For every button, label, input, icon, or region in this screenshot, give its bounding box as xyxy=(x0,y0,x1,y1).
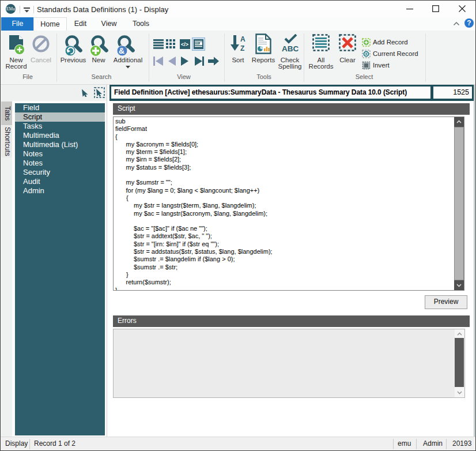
svg-text:A: A xyxy=(240,35,245,43)
svg-text:Z: Z xyxy=(240,44,244,52)
svg-text:</>: </> xyxy=(181,42,188,47)
svg-text:&: & xyxy=(119,46,124,55)
svg-text:ABC: ABC xyxy=(282,44,299,53)
